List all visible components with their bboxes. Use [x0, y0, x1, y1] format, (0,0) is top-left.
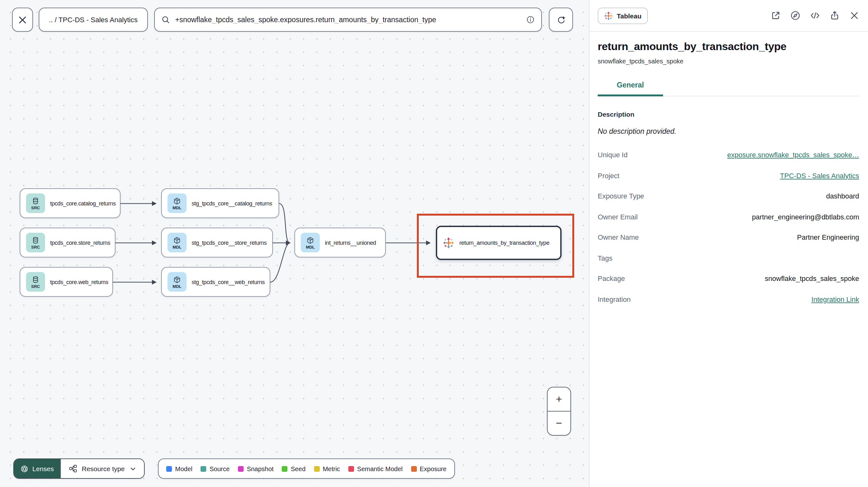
refresh-lineage-button[interactable]: [549, 8, 573, 32]
field-row-integration: Integration Integration Link: [598, 295, 859, 303]
close-icon: [19, 15, 27, 24]
open-external-button[interactable]: [770, 10, 781, 21]
node-source-catalog-returns[interactable]: SRC tpcds_core.catalog_returns: [20, 188, 121, 218]
node-label: tpcds_core.catalog_returns: [50, 200, 116, 206]
resource-type-legend: Model Source Snapshot Seed Metric Semant…: [158, 458, 455, 479]
tab-general[interactable]: General: [598, 81, 663, 96]
field-row-unique-id: Unique Id exposure.snowflake_tpcds_sales…: [598, 151, 859, 159]
share-button[interactable]: [829, 10, 840, 21]
description-heading: Description: [598, 110, 859, 118]
node-label: tpcds_core.web_returns: [50, 279, 108, 285]
resource-package-subtitle: snowflake_tpcds_sales_spoke: [598, 58, 859, 65]
field-row-tags: Tags: [598, 254, 859, 262]
source-badge: SRC: [26, 193, 45, 213]
lenses-label: Lenses: [32, 465, 54, 473]
tableau-badge[interactable]: Tableau: [598, 7, 648, 24]
field-row-project: Project TPC-DS - Sales Analytics: [598, 171, 859, 179]
zoom-in-button[interactable]: +: [548, 387, 570, 412]
chevron-down-icon: [129, 465, 136, 472]
details-panel-body: return_amounts_by_transaction_type snowf…: [589, 32, 868, 316]
owner-name-value: Partner Engineering: [797, 233, 859, 241]
field-row-owner-email: Owner Email partner_engineering@dbtlabs.…: [598, 213, 859, 220]
panel-actions: [770, 10, 860, 21]
project-link[interactable]: TPC-DS - Sales Analytics: [780, 171, 859, 179]
legend-swatch: [314, 466, 319, 472]
legend-swatch: [348, 466, 354, 472]
legend-swatch: [411, 466, 416, 472]
field-list: Unique Id exposure.snowflake_tpcds_sales…: [598, 151, 859, 303]
node-exposure-return-amounts[interactable]: return_amounts_by_transaction_type: [436, 226, 561, 260]
node-source-store-returns[interactable]: SRC tpcds_core.store_returns: [20, 228, 116, 257]
resource-type-label: Resource type: [82, 465, 125, 473]
breadcrumb-label: .. / TPC-DS - Sales Analytics: [49, 16, 138, 24]
legend-item-metric: Metric: [314, 465, 340, 472]
code-icon: [810, 10, 820, 21]
field-row-owner-name: Owner Name Partner Engineering: [598, 233, 859, 241]
tableau-icon: [604, 11, 613, 20]
node-stg-web-returns[interactable]: MDL stg_tpcds_core__web_returns: [161, 267, 270, 297]
canvas-bottom-bar: Lenses Resource type M: [0, 458, 589, 479]
external-link-icon: [770, 10, 781, 21]
legend-item-snapshot: Snapshot: [238, 465, 274, 472]
exposure-type-value: dashboard: [826, 192, 859, 200]
breadcrumb[interactable]: .. / TPC-DS - Sales Analytics: [39, 8, 148, 32]
zoom-out-button[interactable]: −: [548, 412, 570, 435]
refresh-icon: [556, 15, 566, 24]
close-icon: [849, 10, 860, 21]
model-badge: MDL: [167, 193, 187, 213]
tableau-badge-label: Tableau: [617, 12, 642, 19]
share-icon: [829, 10, 840, 21]
tableau-icon: [443, 237, 454, 249]
explore-button[interactable]: [790, 10, 801, 21]
info-icon[interactable]: [526, 15, 535, 24]
resource-title: return_amounts_by_transaction_type: [598, 40, 859, 53]
panel-tabs: General: [598, 81, 859, 96]
unique-id-link[interactable]: exposure.snowflake_tpcds_sales_spoke…: [727, 151, 859, 159]
model-badge: MDL: [167, 272, 187, 292]
lenses-button[interactable]: Lenses: [14, 459, 60, 478]
details-panel: Tableau return_am: [589, 0, 868, 487]
field-row-exposure-type: Exposure Type dashboard: [598, 192, 859, 200]
model-badge: MDL: [167, 233, 187, 252]
node-label: int_returns__unioned: [325, 239, 376, 246]
lineage-search: [154, 8, 542, 32]
legend-item-semantic-model: Semantic Model: [348, 465, 403, 472]
description-value: No description provided.: [598, 127, 859, 135]
legend-item-source: Source: [201, 465, 230, 472]
search-icon: [161, 15, 170, 24]
node-label: tpcds_core.store_returns: [50, 239, 111, 246]
owner-email-value: partner_engineering@dbtlabs.com: [752, 213, 859, 220]
node-source-web-returns[interactable]: SRC tpcds_core.web_returns: [20, 267, 113, 297]
search-input[interactable]: [175, 16, 521, 24]
zoom-controls: + −: [547, 387, 571, 435]
compass-icon: [790, 10, 801, 21]
close-lineage-button[interactable]: [12, 8, 33, 32]
legend-item-exposure: Exposure: [411, 465, 447, 472]
integration-link[interactable]: Integration Link: [811, 295, 859, 303]
details-panel-header: Tableau: [589, 0, 868, 32]
source-badge: SRC: [26, 272, 45, 292]
model-badge: MDL: [301, 233, 320, 252]
node-label: stg_tpcds_core__store_returns: [192, 239, 267, 246]
node-stg-catalog-returns[interactable]: MDL stg_tpcds_core__catalog_returns: [161, 188, 279, 218]
resource-type-dropdown[interactable]: Resource type: [60, 459, 144, 478]
node-label: stg_tpcds_core__web_returns: [192, 279, 265, 285]
lineage-toolbar: .. / TPC-DS - Sales Analytics: [0, 0, 589, 39]
lens-control-group: Lenses Resource type: [13, 458, 144, 479]
legend-swatch: [166, 466, 172, 472]
legend-swatch: [201, 466, 207, 472]
node-stg-store-returns[interactable]: MDL stg_tpcds_core__store_returns: [161, 228, 273, 257]
hierarchy-icon: [68, 464, 78, 473]
view-code-button[interactable]: [810, 10, 820, 21]
package-value: snowflake_tpcds_sales_spoke: [765, 274, 859, 282]
source-badge: SRC: [26, 233, 45, 252]
aperture-icon: [20, 464, 29, 473]
legend-item-seed: Seed: [282, 465, 306, 472]
lineage-canvas[interactable]: .. / TPC-DS - Sales Analytics: [0, 0, 589, 487]
close-panel-button[interactable]: [849, 10, 860, 21]
node-label: stg_tpcds_core__catalog_returns: [192, 200, 272, 206]
legend-swatch: [282, 466, 287, 472]
node-label: return_amounts_by_transaction_type: [459, 240, 550, 246]
legend-swatch: [238, 466, 244, 472]
node-int-returns-unioned[interactable]: MDL int_returns__unioned: [294, 228, 386, 257]
